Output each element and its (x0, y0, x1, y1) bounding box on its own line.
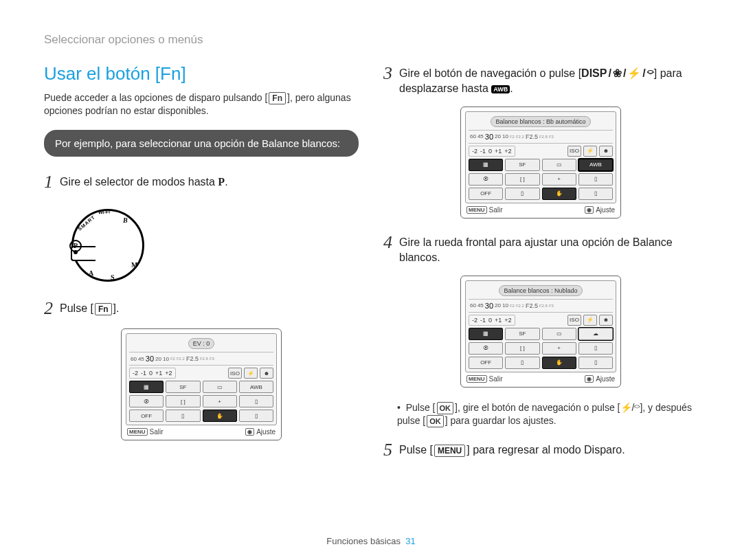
step3-postb: . (510, 82, 513, 94)
flash-icon: ⚡ (620, 402, 632, 413)
fn-key: Fn (269, 92, 286, 104)
disp-nav-keys: DISP/❀/⚡/⌔ (581, 66, 654, 81)
step4-text: Gire la rueda frontal para ajustar una o… (399, 232, 698, 266)
example-callout: Por ejemplo, para seleccionar una opción… (44, 130, 359, 157)
footer-label: Funciones básicas (326, 536, 401, 546)
iso-icon: ISO (228, 368, 242, 379)
ev-label: EV : 0 (188, 338, 215, 349)
step-4: 4 Gire la rueda frontal para ajustar una… (383, 232, 698, 266)
step5-post: ] para regresar al modo Disparo. (466, 444, 625, 456)
right-column: 3 Gire el botón de navegación o pulse [D… (383, 63, 698, 470)
grid-cell: ✋ (203, 410, 237, 422)
dial-icon: ◉ (245, 428, 254, 436)
step2-post: ]. (113, 302, 120, 314)
face-icon: ☻ (260, 368, 273, 379)
adjust-button: ◉Ajuste (245, 428, 276, 436)
grid-cell: ▦ (129, 381, 164, 393)
wb-label: Balance blancos : Nublado (499, 285, 582, 296)
camera-screen-wb-cloudy: Balance blancos : Nublado 6045302010F2F2… (460, 276, 621, 388)
cloud-cell-selected: ☁ (578, 328, 613, 340)
dial-a: A (89, 269, 93, 277)
grid-cell: [ ] (166, 395, 200, 407)
step-number: 1 (44, 172, 53, 192)
breadcrumb: Seleccionar opciones o menús (44, 33, 698, 47)
grid-cell: ▯ (239, 395, 273, 407)
dial-wifi: Wi-Fi (98, 210, 110, 215)
step-5: 5 Pulse [MENU] para regresar al modo Dis… (383, 440, 698, 460)
step-number: 3 (383, 63, 392, 84)
camera-screen-ev: EV : 0 6045302010F2F2.2F2.5F2.8F3 -2-10+… (121, 328, 282, 440)
exit-button: MENUSalir (127, 428, 164, 436)
dial-s: S (111, 273, 115, 281)
intro-text: Puede acceder a las opciones de disparo … (44, 91, 359, 117)
flash-icon: ⚡ (627, 66, 641, 81)
grid-cell: AWB (239, 381, 273, 393)
step-1: 1 Gire el selector de modos hasta P. (44, 172, 359, 192)
awb-chip: AWB (491, 85, 510, 93)
step-number: 2 (44, 298, 53, 319)
flower-icon: ❀ (613, 66, 622, 81)
grid-cell: ▭ (203, 381, 237, 393)
camera-screen-wb-auto: Balance blancos : Bb automático 60453020… (460, 107, 621, 219)
ok-key: OK (437, 402, 454, 414)
grid-cell: ⦿ (129, 395, 164, 407)
step2-pre: Pulse [ (60, 302, 93, 314)
wb-label: Balance blancos : Bb automático (491, 116, 590, 127)
intro-pre: Puede acceder a las opciones de disparo … (44, 92, 267, 103)
dial-smart: SMART (77, 215, 95, 232)
page-number: 31 (405, 536, 415, 546)
step-number: 5 (383, 440, 392, 460)
left-column: Usar el botón [Fn] Puede acceder a las o… (44, 63, 359, 470)
dial-b: B (123, 216, 128, 224)
step-2: 2 Pulse [Fn]. (44, 298, 359, 319)
step5-pre: Pulse [ (399, 444, 433, 456)
step3-pre: Gire el botón de navegación o pulse [ (399, 67, 581, 79)
section-title: Usar el botón [Fn] (44, 63, 359, 85)
grid-cell: ▯ (166, 410, 200, 422)
grid-cell: SF (166, 381, 200, 393)
grid-cell: + (203, 395, 237, 407)
flash-icon: ⚡ (244, 368, 258, 379)
step1-pre: Gire el selector de modos hasta (60, 176, 218, 188)
step1-post: . (225, 176, 227, 188)
ev-block: -2-10+1+2 (129, 368, 176, 379)
mode-dial-figure: P SMART Wi-Fi B M S A (51, 202, 161, 284)
step-number: 4 (383, 232, 392, 253)
ok-key: OK (427, 415, 444, 427)
note: • Pulse [OK], gire el botón de navegació… (397, 401, 698, 427)
dial-m: M (131, 261, 137, 269)
mode-p-glyph: P (218, 176, 225, 188)
scale-row: 6045302010F2F2.2F2.5F2.8F3 (129, 352, 273, 366)
wifi-icon: ⌔ (647, 66, 654, 81)
page-footer: Funciones básicas 31 (0, 536, 742, 546)
fn-key: Fn (95, 303, 112, 315)
awb-cell-selected: AWB (578, 159, 613, 171)
step-3: 3 Gire el botón de navegación o pulse [D… (383, 63, 698, 97)
grid-cell: OFF (129, 410, 164, 422)
grid-cell: ▯ (239, 410, 273, 422)
menu-key: MENU (434, 445, 465, 457)
